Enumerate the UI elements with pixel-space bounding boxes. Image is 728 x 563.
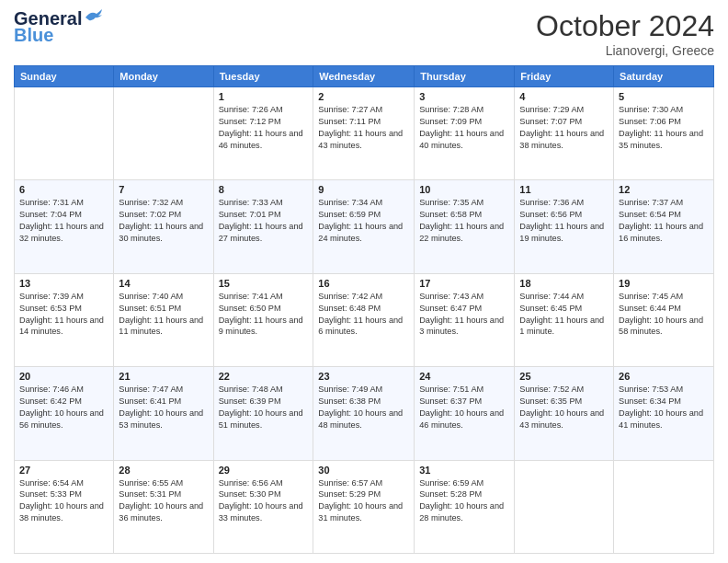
day-number: 9 xyxy=(318,184,409,195)
calendar-cell: 9Sunrise: 7:34 AMSunset: 6:59 PMDaylight… xyxy=(313,180,415,273)
day-number: 5 xyxy=(619,91,709,102)
day-number: 20 xyxy=(19,371,108,382)
day-number: 2 xyxy=(318,91,409,102)
day-info: Sunrise: 7:49 AMSunset: 6:38 PMDaylight:… xyxy=(318,384,409,431)
calendar-cell: 20Sunrise: 7:46 AMSunset: 6:42 PMDayligh… xyxy=(15,367,114,460)
day-info: Sunrise: 7:41 AMSunset: 6:50 PMDaylight:… xyxy=(219,291,309,339)
calendar-cell: 28Sunrise: 6:55 AMSunset: 5:31 PMDayligh… xyxy=(114,460,213,553)
day-number: 19 xyxy=(619,278,709,289)
day-header-thursday: Thursday xyxy=(415,66,515,87)
day-number: 17 xyxy=(419,278,509,289)
location: Lianovergi, Greece xyxy=(536,43,714,58)
day-number: 1 xyxy=(219,91,309,102)
calendar-cell: 29Sunrise: 6:56 AMSunset: 5:30 PMDayligh… xyxy=(213,460,313,553)
day-info: Sunrise: 7:48 AMSunset: 6:39 PMDaylight:… xyxy=(219,384,309,431)
calendar-cell: 18Sunrise: 7:44 AMSunset: 6:45 PMDayligh… xyxy=(515,273,614,366)
day-info: Sunrise: 7:45 AMSunset: 6:44 PMDaylight:… xyxy=(619,291,709,339)
day-info: Sunrise: 6:57 AMSunset: 5:29 PMDaylight:… xyxy=(318,477,409,525)
header: General Blue October 2024 Lianovergi, Gr… xyxy=(14,9,714,58)
day-number: 21 xyxy=(119,371,208,382)
calendar-header-row: SundayMondayTuesdayWednesdayThursdayFrid… xyxy=(15,66,714,87)
day-header-friday: Friday xyxy=(515,66,614,87)
day-number: 15 xyxy=(219,278,309,289)
calendar-cell: 7Sunrise: 7:32 AMSunset: 7:02 PMDaylight… xyxy=(114,180,213,273)
calendar-cell: 15Sunrise: 7:41 AMSunset: 6:50 PMDayligh… xyxy=(213,273,313,366)
calendar-cell: 17Sunrise: 7:43 AMSunset: 6:47 PMDayligh… xyxy=(415,273,515,366)
day-number: 13 xyxy=(19,278,108,289)
day-header-monday: Monday xyxy=(114,66,213,87)
day-info: Sunrise: 7:44 AMSunset: 6:45 PMDaylight:… xyxy=(519,291,609,339)
calendar-table: SundayMondayTuesdayWednesdayThursdayFrid… xyxy=(14,65,714,554)
calendar-cell: 11Sunrise: 7:36 AMSunset: 6:56 PMDayligh… xyxy=(515,180,614,273)
day-number: 30 xyxy=(318,465,409,476)
day-info: Sunrise: 6:55 AMSunset: 5:31 PMDaylight:… xyxy=(119,477,208,525)
day-number: 18 xyxy=(519,278,609,289)
day-info: Sunrise: 7:47 AMSunset: 6:41 PMDaylight:… xyxy=(119,384,208,431)
day-number: 16 xyxy=(318,278,409,289)
calendar-cell: 4Sunrise: 7:29 AMSunset: 7:07 PMDaylight… xyxy=(515,87,614,180)
calendar-cell: 25Sunrise: 7:52 AMSunset: 6:35 PMDayligh… xyxy=(515,367,614,460)
day-number: 3 xyxy=(419,91,509,102)
day-info: Sunrise: 6:56 AMSunset: 5:30 PMDaylight:… xyxy=(219,477,309,525)
day-info: Sunrise: 7:32 AMSunset: 7:02 PMDaylight:… xyxy=(119,197,208,245)
day-info: Sunrise: 7:46 AMSunset: 6:42 PMDaylight:… xyxy=(19,384,108,431)
day-number: 14 xyxy=(119,278,208,289)
day-header-sunday: Sunday xyxy=(15,66,114,87)
day-number: 10 xyxy=(419,184,509,195)
calendar-cell: 8Sunrise: 7:33 AMSunset: 7:01 PMDaylight… xyxy=(213,180,313,273)
calendar-cell: 26Sunrise: 7:53 AMSunset: 6:34 PMDayligh… xyxy=(614,367,714,460)
calendar-cell: 19Sunrise: 7:45 AMSunset: 6:44 PMDayligh… xyxy=(614,273,714,366)
day-info: Sunrise: 7:33 AMSunset: 7:01 PMDaylight:… xyxy=(219,197,309,245)
day-info: Sunrise: 7:29 AMSunset: 7:07 PMDaylight:… xyxy=(519,104,609,152)
calendar-week-3: 13Sunrise: 7:39 AMSunset: 6:53 PMDayligh… xyxy=(15,273,714,366)
day-number: 29 xyxy=(219,465,309,476)
calendar-cell: 13Sunrise: 7:39 AMSunset: 6:53 PMDayligh… xyxy=(15,273,114,366)
day-info: Sunrise: 7:34 AMSunset: 6:59 PMDaylight:… xyxy=(318,197,409,245)
logo-bird-icon xyxy=(84,8,104,25)
day-info: Sunrise: 6:54 AMSunset: 5:33 PMDaylight:… xyxy=(19,477,108,525)
calendar-week-4: 20Sunrise: 7:46 AMSunset: 6:42 PMDayligh… xyxy=(15,367,714,460)
day-number: 4 xyxy=(519,91,609,102)
calendar-cell: 31Sunrise: 6:59 AMSunset: 5:28 PMDayligh… xyxy=(415,460,515,553)
day-info: Sunrise: 7:26 AMSunset: 7:12 PMDaylight:… xyxy=(219,104,309,152)
calendar-cell xyxy=(614,460,714,553)
day-info: Sunrise: 7:43 AMSunset: 6:47 PMDaylight:… xyxy=(419,291,509,339)
day-number: 23 xyxy=(318,371,409,382)
day-info: Sunrise: 7:40 AMSunset: 6:51 PMDaylight:… xyxy=(119,291,208,339)
day-number: 22 xyxy=(219,371,309,382)
calendar-cell xyxy=(114,87,213,180)
calendar-cell: 3Sunrise: 7:28 AMSunset: 7:09 PMDaylight… xyxy=(415,87,515,180)
day-info: Sunrise: 7:37 AMSunset: 6:54 PMDaylight:… xyxy=(619,197,709,245)
month-title: October 2024 xyxy=(536,9,714,43)
day-number: 7 xyxy=(119,184,208,195)
logo: General Blue xyxy=(14,9,104,44)
calendar-week-2: 6Sunrise: 7:31 AMSunset: 7:04 PMDaylight… xyxy=(15,180,714,273)
calendar-cell: 14Sunrise: 7:40 AMSunset: 6:51 PMDayligh… xyxy=(114,273,213,366)
calendar-cell xyxy=(15,87,114,180)
day-number: 27 xyxy=(19,465,108,476)
day-info: Sunrise: 7:27 AMSunset: 7:11 PMDaylight:… xyxy=(318,104,409,152)
day-info: Sunrise: 7:30 AMSunset: 7:06 PMDaylight:… xyxy=(619,104,709,152)
calendar-cell: 23Sunrise: 7:49 AMSunset: 6:38 PMDayligh… xyxy=(313,367,415,460)
day-info: Sunrise: 7:28 AMSunset: 7:09 PMDaylight:… xyxy=(419,104,509,152)
calendar-cell xyxy=(515,460,614,553)
day-header-tuesday: Tuesday xyxy=(213,66,313,87)
day-number: 6 xyxy=(19,184,108,195)
calendar-cell: 1Sunrise: 7:26 AMSunset: 7:12 PMDaylight… xyxy=(213,87,313,180)
calendar-cell: 12Sunrise: 7:37 AMSunset: 6:54 PMDayligh… xyxy=(614,180,714,273)
day-number: 12 xyxy=(619,184,709,195)
day-number: 8 xyxy=(219,184,309,195)
calendar-cell: 21Sunrise: 7:47 AMSunset: 6:41 PMDayligh… xyxy=(114,367,213,460)
calendar-cell: 30Sunrise: 6:57 AMSunset: 5:29 PMDayligh… xyxy=(313,460,415,553)
day-info: Sunrise: 7:53 AMSunset: 6:34 PMDaylight:… xyxy=(619,384,709,431)
calendar-cell: 24Sunrise: 7:51 AMSunset: 6:37 PMDayligh… xyxy=(415,367,515,460)
calendar-week-1: 1Sunrise: 7:26 AMSunset: 7:12 PMDaylight… xyxy=(15,87,714,180)
calendar-cell: 22Sunrise: 7:48 AMSunset: 6:39 PMDayligh… xyxy=(213,367,313,460)
day-info: Sunrise: 7:31 AMSunset: 7:04 PMDaylight:… xyxy=(19,197,108,245)
day-number: 24 xyxy=(419,371,509,382)
calendar-cell: 5Sunrise: 7:30 AMSunset: 7:06 PMDaylight… xyxy=(614,87,714,180)
calendar-cell: 16Sunrise: 7:42 AMSunset: 6:48 PMDayligh… xyxy=(313,273,415,366)
logo-blue: Blue xyxy=(14,26,53,44)
day-info: Sunrise: 7:51 AMSunset: 6:37 PMDaylight:… xyxy=(419,384,509,431)
day-number: 11 xyxy=(519,184,609,195)
